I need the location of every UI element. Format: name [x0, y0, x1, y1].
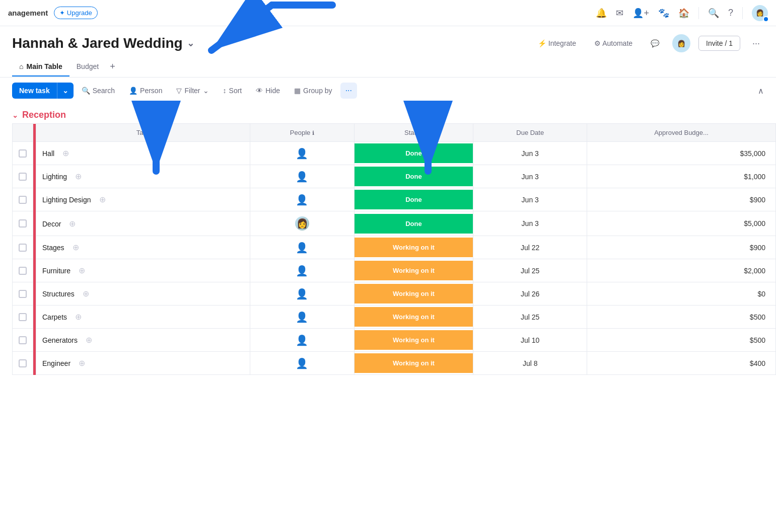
tab-budget[interactable]: Budget — [69, 57, 106, 77]
person-button[interactable]: 👤 Person — [123, 83, 168, 98]
chat-icon[interactable]: ⊕ — [73, 243, 79, 252]
person-placeholder-icon[interactable]: 👤 — [296, 335, 308, 346]
status-badge[interactable]: Done — [355, 167, 473, 186]
filter-button[interactable]: ▽ Filter ⌄ — [170, 83, 215, 98]
row-budget: $35,000 — [587, 142, 776, 165]
tab-main-table[interactable]: ⌂ Main Table — [12, 57, 69, 77]
status-badge[interactable]: Done — [355, 190, 473, 209]
person-placeholder-icon[interactable]: 👤 — [296, 171, 308, 182]
status-badge[interactable]: Working on it — [355, 353, 473, 373]
person-placeholder-icon[interactable]: 👤 — [296, 148, 308, 159]
chat-icon[interactable]: ⊕ — [75, 313, 82, 321]
row-checkbox[interactable] — [19, 149, 27, 158]
status-badge[interactable]: Done — [355, 143, 473, 163]
toolbar-more-button[interactable]: ··· — [340, 83, 357, 99]
task-label: Generators — [42, 336, 78, 344]
person-placeholder-icon[interactable]: 👤 — [296, 265, 308, 276]
row-status-cell[interactable]: Done — [354, 142, 473, 165]
row-people-cell: 👤 — [250, 142, 354, 165]
help-icon[interactable]: ? — [728, 8, 733, 18]
person-placeholder-icon[interactable]: 👤 — [296, 242, 308, 253]
status-badge[interactable]: Working on it — [355, 330, 473, 350]
row-checkbox[interactable] — [19, 173, 27, 181]
title-dropdown-icon[interactable]: ⌄ — [187, 38, 194, 49]
new-task-label[interactable]: New task — [12, 83, 57, 99]
new-task-button[interactable]: New task ⌄ — [12, 83, 74, 99]
toolbar-collapse-button[interactable]: ∧ — [758, 86, 764, 96]
row-status-cell[interactable]: Working on it — [354, 306, 473, 329]
status-badge[interactable]: Working on it — [355, 238, 473, 257]
invite-button[interactable]: Invite / 1 — [698, 36, 740, 51]
user-avatar[interactable]: 👩 — [752, 5, 768, 21]
hide-button[interactable]: 👁 Hide — [250, 83, 286, 98]
tab-home-icon: ⌂ — [19, 62, 23, 70]
row-people-cell: 👩 — [250, 211, 354, 236]
row-due-date: Jul 8 — [473, 352, 587, 375]
row-status-cell[interactable]: Working on it — [354, 352, 473, 375]
project-title-area: Hannah & Jared Wedding ⌄ — [12, 35, 194, 51]
row-status-cell[interactable]: Working on it — [354, 329, 473, 352]
person-placeholder-icon[interactable]: 👤 — [296, 194, 308, 205]
row-status-cell[interactable]: Working on it — [354, 259, 473, 282]
row-task-name: Lighting Design⊕ — [36, 188, 250, 211]
automate-button[interactable]: ⚙ Automate — [589, 36, 638, 50]
row-status-cell[interactable]: Done — [354, 188, 473, 211]
task-label: Hall — [42, 149, 54, 158]
project-avatar: 👩 — [672, 34, 690, 52]
sort-button[interactable]: ↕ Sort — [217, 83, 248, 98]
integrate-button[interactable]: ⚡ Integrate — [533, 36, 581, 50]
person-placeholder-icon[interactable]: 👤 — [296, 358, 308, 369]
table-row: Lighting Design⊕👤DoneJun 3$900 — [13, 188, 776, 211]
tab-add-button[interactable]: + — [106, 56, 119, 77]
row-task-name: Carpets⊕ — [36, 306, 250, 329]
chat-icon[interactable]: ⊕ — [75, 172, 82, 181]
tabs-bar: ⌂ Main Table Budget + — [0, 56, 776, 78]
status-badge[interactable]: Done — [355, 214, 473, 234]
notification-icon[interactable]: 🔔 — [596, 8, 607, 19]
invite-icon[interactable]: 👤+ — [632, 8, 649, 19]
upgrade-button[interactable]: ✦ Upgrade — [54, 7, 97, 19]
chat-icon[interactable]: ⊕ — [86, 336, 92, 344]
row-checkbox[interactable] — [19, 267, 27, 275]
row-checkbox[interactable] — [19, 196, 27, 204]
table-row: Decor⊕👩DoneJun 3$5,000 — [13, 211, 776, 236]
row-checkbox-cell — [13, 142, 33, 165]
table-row: Hall⊕👤DoneJun 3$35,000 — [13, 142, 776, 165]
table-row: Furniture⊕👤Working on itJul 25$2,000 — [13, 259, 776, 282]
status-badge[interactable]: Working on it — [355, 307, 473, 327]
group-header[interactable]: ⌄ Reception — [12, 104, 776, 123]
row-due-date: Jun 3 — [473, 165, 587, 188]
guests-icon[interactable]: 🐾 — [658, 8, 669, 19]
inbox-icon[interactable]: ✉ — [616, 8, 623, 19]
search-icon[interactable]: 🔍 — [708, 8, 719, 19]
row-status-cell[interactable]: Done — [354, 165, 473, 188]
row-checkbox[interactable] — [19, 313, 27, 321]
chat-icon[interactable]: ⊕ — [99, 195, 106, 204]
chat-button[interactable]: 💬 — [646, 36, 664, 50]
chat-icon[interactable]: ⊕ — [62, 149, 69, 158]
row-checkbox[interactable] — [19, 336, 27, 344]
row-status-cell[interactable]: Working on it — [354, 236, 473, 259]
chat-icon[interactable]: ⊕ — [69, 219, 76, 228]
home-icon[interactable]: 🏠 — [678, 8, 689, 19]
group-by-button[interactable]: ▦ Group by — [288, 83, 338, 98]
status-badge[interactable]: Working on it — [355, 261, 473, 280]
row-status-cell[interactable]: Working on it — [354, 282, 473, 306]
project-more-button[interactable]: ··· — [748, 36, 764, 51]
task-label: Furniture — [42, 267, 70, 275]
row-checkbox[interactable] — [19, 219, 27, 227]
col-people: People ℹ — [250, 124, 354, 142]
row-checkbox[interactable] — [19, 359, 27, 367]
search-button[interactable]: 🔍 Search — [76, 83, 121, 98]
status-badge[interactable]: Working on it — [355, 284, 473, 303]
chat-icon[interactable]: ⊕ — [79, 359, 85, 367]
chat-icon[interactable]: ⊕ — [83, 289, 89, 298]
new-task-dropdown-icon[interactable]: ⌄ — [57, 83, 74, 99]
person-placeholder-icon[interactable]: 👤 — [296, 312, 308, 323]
row-status-cell[interactable]: Done — [354, 211, 473, 236]
row-checkbox[interactable] — [19, 290, 27, 298]
person-avatar[interactable]: 👩 — [295, 216, 309, 231]
chat-icon[interactable]: ⊕ — [79, 266, 85, 275]
person-placeholder-icon[interactable]: 👤 — [296, 288, 308, 299]
row-checkbox[interactable] — [19, 244, 27, 252]
